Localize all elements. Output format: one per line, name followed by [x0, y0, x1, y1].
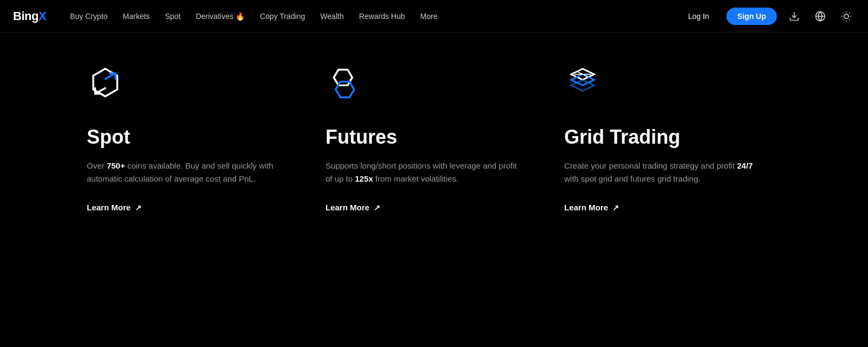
- language-button[interactable]: [812, 8, 829, 25]
- svg-line-11: [849, 12, 850, 13]
- globe-icon: [815, 11, 826, 22]
- main-content: Spot Over 750+ coins available. Buy and …: [0, 33, 868, 245]
- futures-learn-more-label: Learn More: [326, 203, 369, 212]
- futures-arrow-icon: ↗: [374, 203, 380, 212]
- grid-trading-arrow-icon: ↗: [612, 203, 619, 212]
- spot-description: Over 750+ coins available. Buy and sell …: [87, 159, 282, 185]
- feature-card-spot: Spot Over 750+ coins available. Buy and …: [87, 65, 326, 212]
- sun-icon: [841, 11, 852, 22]
- nav-item-more[interactable]: More: [414, 8, 444, 25]
- svg-line-7: [849, 19, 850, 20]
- logo-text: BingX: [13, 9, 46, 23]
- nav-item-spot[interactable]: Spot: [158, 8, 187, 25]
- nav-links: Buy Crypto Markets Spot Derivatives 🔥 Co…: [63, 8, 679, 25]
- nav-item-buy-crypto[interactable]: Buy Crypto: [63, 8, 114, 25]
- nav-item-derivatives[interactable]: Derivatives 🔥: [189, 8, 251, 25]
- futures-title: Futures: [326, 126, 521, 149]
- spot-learn-more-label: Learn More: [87, 203, 131, 212]
- logo[interactable]: BingX: [13, 9, 46, 23]
- svg-line-6: [843, 12, 844, 13]
- spot-arrow-icon: ↗: [135, 203, 142, 212]
- futures-learn-more[interactable]: Learn More ↗: [326, 203, 521, 212]
- grid-trading-learn-more-label: Learn More: [564, 203, 608, 212]
- grid-trading-icon: [564, 65, 603, 104]
- download-icon: [789, 11, 800, 22]
- nav-item-copy-trading[interactable]: Copy Trading: [253, 8, 311, 25]
- signup-button[interactable]: Sign Up: [726, 8, 777, 25]
- svg-point-3: [844, 14, 848, 18]
- feature-card-futures: Futures Supports long/short positions wi…: [326, 65, 564, 212]
- navbar: BingX Buy Crypto Markets Spot Derivative…: [0, 0, 868, 33]
- nav-right: Log In Sign Up: [679, 8, 855, 25]
- download-button[interactable]: [786, 8, 803, 25]
- theme-button[interactable]: [838, 8, 855, 25]
- spot-icon: [87, 65, 126, 104]
- grid-trading-title: Grid Trading: [564, 126, 760, 149]
- spot-title: Spot: [87, 126, 282, 149]
- feature-card-grid-trading: Grid Trading Create your personal tradin…: [564, 65, 781, 212]
- futures-description: Supports long/short positions with lever…: [326, 159, 521, 185]
- svg-line-10: [843, 19, 844, 20]
- futures-icon: [326, 65, 365, 104]
- nav-item-wealth[interactable]: Wealth: [314, 8, 350, 25]
- grid-trading-description: Create your personal trading strategy an…: [564, 159, 760, 185]
- login-button[interactable]: Log In: [679, 8, 718, 25]
- grid-trading-learn-more[interactable]: Learn More ↗: [564, 203, 760, 212]
- spot-learn-more[interactable]: Learn More ↗: [87, 203, 282, 212]
- nav-item-rewards-hub[interactable]: Rewards Hub: [353, 8, 412, 25]
- nav-item-markets[interactable]: Markets: [116, 8, 156, 25]
